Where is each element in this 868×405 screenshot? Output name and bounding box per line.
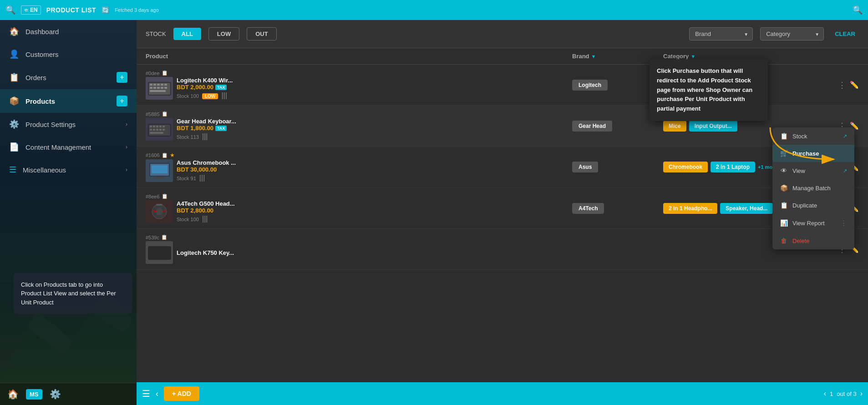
category-filter-icon[interactable]: ▼ — [690, 54, 695, 59]
back-icon[interactable]: ‹ — [156, 389, 158, 399]
product-info: #5885 📋 Gear Head Keyboar... BDT 1,800.0… — [146, 111, 572, 141]
product-name: Gear Head Keyboar... — [177, 118, 236, 125]
sidebar-item-label: Dashboard — [25, 28, 127, 35]
svg-rect-14 — [161, 87, 163, 89]
search-icon-right[interactable]: 🔍 — [853, 5, 863, 15]
prev-page-button[interactable]: ‹ — [824, 390, 826, 398]
product-price: BDT 30,000.00 — [177, 166, 236, 173]
sidebar-item-label: Content Management — [25, 143, 126, 151]
svg-rect-20 — [153, 126, 155, 127]
menu-item-label: View Report — [792, 220, 825, 227]
svg-rect-7 — [153, 84, 156, 86]
product-image — [146, 118, 173, 141]
duplicate-menu-icon: 📋 — [780, 202, 788, 209]
clear-button[interactable]: CLEAR — [831, 28, 859, 40]
product-id: #0dee 📋 — [146, 70, 233, 76]
svg-rect-6 — [150, 84, 152, 86]
lang-selector[interactable]: বাং EN — [21, 5, 41, 15]
svg-rect-21 — [156, 126, 158, 127]
menu-item-view-report[interactable]: 📊 View Report ⋮ — [772, 214, 854, 232]
filter-bar: STOCK ALL LOW OUT Brand Category CLEAR — [137, 20, 868, 48]
refresh-icon: 🔄 — [102, 6, 109, 14]
svg-rect-16 — [150, 90, 166, 92]
hamburger-icon[interactable]: ☰ — [142, 388, 150, 399]
menu-item-delete[interactable]: 🗑 Delete — [772, 232, 854, 249]
product-image — [146, 200, 173, 223]
product-id: #539c 📋 — [146, 234, 234, 240]
svg-rect-24 — [150, 129, 152, 131]
svg-rect-8 — [157, 84, 160, 86]
product-brand: Asus — [572, 162, 663, 172]
sidebar-item-product-settings[interactable]: ⚙️ Product Settings › — [0, 113, 137, 136]
product-stock: Stock 91 ||| — [177, 174, 236, 182]
next-page-button[interactable]: › — [860, 390, 863, 398]
home-bottom-icon[interactable]: 🏠 — [7, 389, 19, 400]
products-tooltip: Click on Products tab to go into Product… — [14, 273, 132, 314]
page-number: 1 — [830, 390, 833, 397]
misc-icon: ☰ — [9, 165, 16, 175]
product-price: BDT 2,000.00 TAX — [177, 84, 233, 91]
filter-all-button[interactable]: ALL — [173, 28, 201, 40]
product-info: #539c 📋 Logitech K750 Key... — [146, 234, 572, 264]
filter-low-button[interactable]: LOW — [208, 27, 239, 40]
more-options-report-icon: ⋮ — [840, 219, 847, 227]
sidebar-item-label: Product Settings — [25, 121, 126, 128]
sidebar-item-content-management[interactable]: 📄 Content Management › — [0, 136, 137, 158]
report-menu-icon: 📊 — [780, 219, 788, 227]
edit-icon[interactable]: ✏️ — [850, 81, 859, 89]
settings-bottom-icon[interactable]: ⚙️ — [50, 389, 61, 400]
sidebar-item-customers[interactable]: 👤 Customers — [0, 43, 137, 66]
product-price: BDT 2,800.00 — [177, 207, 235, 214]
filter-out-button[interactable]: OUT — [247, 27, 276, 40]
products-add-button[interactable]: + — [117, 96, 127, 106]
orders-add-button[interactable]: + — [117, 72, 127, 83]
customers-icon: 👤 — [9, 49, 19, 59]
page-title: PRODUCT LIST — [46, 6, 96, 14]
product-price: BDT 1,800.00 TAX — [177, 125, 236, 132]
sidebar: 🏠 Dashboard 👤 Customers 📋 Orders + 📦 Pro… — [0, 20, 137, 405]
svg-rect-28 — [162, 129, 165, 131]
sidebar-item-label: Miscellaneous — [23, 166, 126, 174]
top-bar: 🔍 বাং EN PRODUCT LIST 🔄 Fetched 3 days a… — [0, 0, 868, 20]
sidebar-item-miscellaneous[interactable]: ☰ Miscellaneous › — [0, 158, 137, 181]
product-info: #1606 📋 ★ Asus Chromebook ... BDT 30,000… — [146, 152, 572, 182]
ms-icon[interactable]: MS — [26, 389, 42, 400]
brand-filter-icon[interactable]: ▼ — [591, 54, 596, 59]
product-stock: Stock 100 ||| — [177, 215, 235, 223]
menu-item-manage-batch[interactable]: 📦 Manage Batch — [772, 179, 854, 197]
search-icon-left[interactable]: 🔍 — [5, 5, 15, 15]
svg-rect-11 — [150, 87, 152, 89]
product-brand: A4Tech — [572, 203, 663, 214]
pagination: ‹ 1 out of 3 › — [824, 390, 863, 398]
sidebar-content: 🏠 Dashboard 👤 Customers 📋 Orders + 📦 Pro… — [0, 20, 137, 405]
row-actions: ⋮ ✏️ — [822, 78, 859, 92]
product-brand: Gear Head — [572, 121, 663, 132]
content-icon: 📄 — [9, 142, 19, 152]
bottom-bar: ☰ ‹ + ADD ‹ 1 out of 3 › — [137, 382, 868, 405]
svg-rect-36 — [156, 204, 162, 206]
brand-filter-select[interactable]: Brand — [689, 27, 753, 40]
svg-rect-22 — [159, 126, 162, 127]
more-options-icon[interactable]: ⋮ — [836, 78, 848, 92]
svg-rect-33 — [154, 177, 165, 178]
menu-item-duplicate[interactable]: 📋 Duplicate — [772, 197, 854, 214]
product-info: #0dee 📋 Logitech K400 Wir... BDT 2,000.0… — [146, 70, 572, 100]
category-filter-select[interactable]: Category — [760, 27, 824, 40]
add-button[interactable]: + ADD — [164, 386, 199, 401]
dashboard-icon: 🏠 — [9, 26, 19, 36]
svg-rect-12 — [153, 87, 156, 89]
sidebar-item-products[interactable]: 📦 Products + — [0, 89, 137, 113]
brand-filter-wrapper: Brand — [689, 27, 753, 40]
sidebar-item-dashboard[interactable]: 🏠 Dashboard — [0, 20, 137, 43]
orders-icon: 📋 — [9, 72, 19, 82]
products-icon: 📦 — [9, 96, 19, 106]
external-link-icon: ↗ — [843, 133, 847, 139]
product-name: Logitech K750 Key... — [177, 249, 234, 256]
chevron-right-icon: › — [126, 167, 127, 173]
svg-rect-15 — [164, 87, 167, 89]
sidebar-item-orders[interactable]: 📋 Orders + — [0, 66, 137, 89]
svg-rect-39 — [148, 246, 171, 260]
sidebar-bottom: 🏠 MS ⚙️ — [0, 383, 137, 405]
menu-item-label: Delete — [792, 238, 810, 244]
col-brand: Brand ▼ — [572, 53, 663, 60]
